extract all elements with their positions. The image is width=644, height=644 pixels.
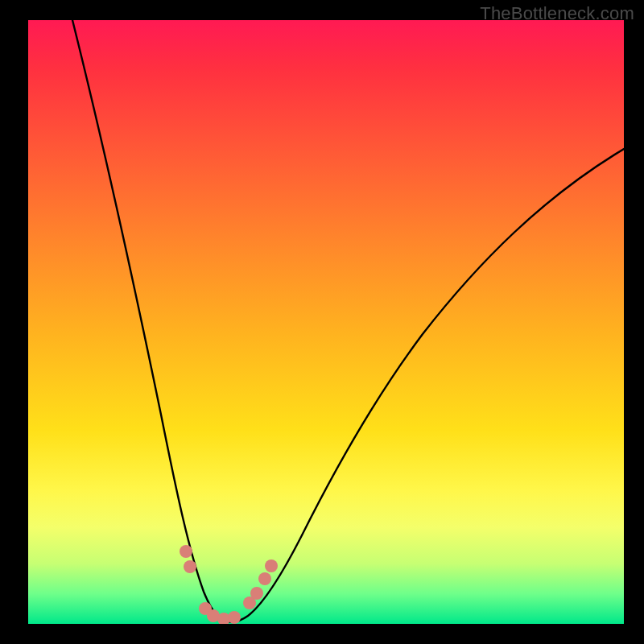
marker-dot [184,560,196,573]
marker-dot [228,611,241,624]
curve-svg [28,20,624,624]
watermark-text: TheBottleneck.com [480,3,634,24]
marker-dot [180,545,192,558]
plot-area [28,20,624,624]
marker-dot [250,587,263,600]
marker-group [180,545,278,624]
marker-dot [265,559,278,572]
chart-frame: TheBottleneck.com [0,0,644,644]
marker-dot [258,572,271,585]
bottleneck-curve [72,20,624,622]
